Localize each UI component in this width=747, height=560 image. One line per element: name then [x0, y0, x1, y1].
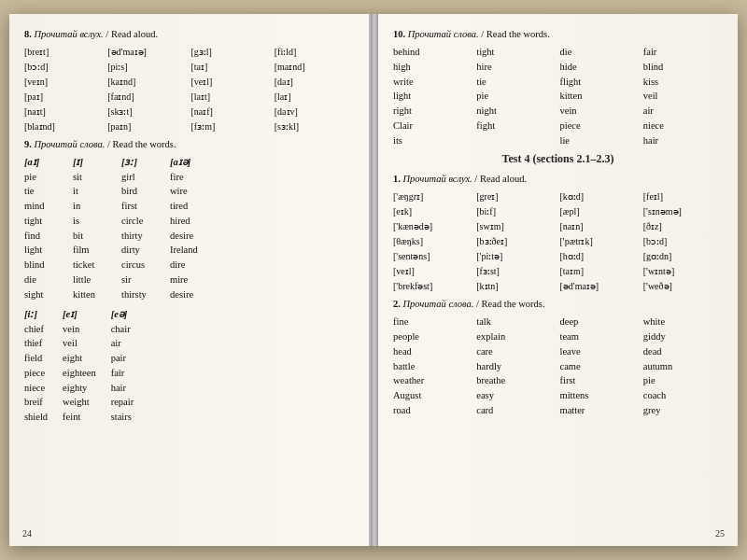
- list-item: leave: [560, 344, 640, 359]
- list-item: pair: [111, 351, 134, 366]
- list-item: easy: [476, 388, 556, 403]
- list-item: breathe: [476, 373, 556, 388]
- list-item: coach: [643, 388, 723, 403]
- list-item: mittens: [560, 388, 640, 403]
- list-item: wire: [170, 184, 211, 199]
- section10-words: behindtightdiefairhighhirehideblindwrite…: [393, 45, 723, 147]
- col-header: [eə]: [111, 307, 134, 321]
- phonetic-item: [maɪnd]: [275, 60, 354, 74]
- section8-phonetics: [breɪt][əd'maɪə][gɜːl][fiːld][bɔːd][piːs…: [24, 45, 354, 133]
- list-item: kitten: [560, 89, 640, 104]
- list-item: hide: [560, 60, 640, 75]
- phonetic-item: [daɪ]: [275, 75, 354, 89]
- list-item: piece: [24, 366, 48, 381]
- list-item: grey: [643, 403, 723, 418]
- list-item: tie: [24, 184, 65, 199]
- list-item: desire: [170, 287, 211, 302]
- list-item: mire: [170, 273, 211, 287]
- phonetic-item: [swɪm]: [476, 219, 556, 233]
- section9-column: [aɪə]firewiretiredhireddesireIrelanddire…: [170, 155, 211, 301]
- list-item: weight: [63, 395, 96, 410]
- list-item: night: [476, 104, 556, 119]
- section-8: 8. Прочитай вслух. / Read aloud. [breɪt]…: [24, 27, 354, 133]
- section9-number: 9.: [24, 139, 32, 149]
- phonetic-item: [fɜːst]: [476, 264, 556, 278]
- page-number-right: 25: [715, 527, 725, 541]
- phonetic-item: [əd'maɪə]: [560, 279, 640, 293]
- list-item: hair: [111, 381, 134, 396]
- phonetic-item: [bɔːd]: [24, 60, 104, 74]
- list-item: white: [643, 315, 723, 329]
- list-item: it: [73, 184, 114, 199]
- list-item: high: [393, 60, 472, 75]
- list-item: tired: [170, 199, 211, 214]
- list-item: matter: [560, 403, 640, 418]
- section9-bottom: [iː]chiefthieffieldpieceniecebreifshield…: [24, 307, 354, 424]
- book-spine: [371, 14, 378, 546]
- list-item: feint: [63, 410, 96, 425]
- list-item: write: [393, 75, 472, 90]
- phonetic-item: [greɪ]: [476, 189, 556, 203]
- phonetic-item: [naɪt]: [24, 105, 104, 119]
- list-item: die: [560, 45, 640, 60]
- phonetic-item: [naɪf]: [191, 105, 271, 119]
- list-item: explain: [476, 329, 556, 344]
- list-item: eight: [63, 351, 96, 366]
- list-item: little: [73, 273, 114, 287]
- test4-s2-en: Read the words.: [482, 299, 545, 309]
- list-item: eighty: [63, 381, 96, 396]
- list-item: shield: [24, 410, 48, 425]
- phonetic-item: [skɜːt]: [107, 105, 187, 119]
- test4-s1-ru: Прочитай вслух.: [403, 174, 472, 184]
- phonetic-item: [veɪl]: [393, 264, 472, 278]
- list-item: air: [111, 336, 134, 351]
- list-item: air: [643, 104, 723, 119]
- list-item: hire: [476, 60, 556, 75]
- col-header: [eɪ]: [63, 307, 96, 321]
- list-item: behind: [393, 45, 472, 60]
- list-item: fair: [643, 45, 723, 60]
- list-item: came: [560, 359, 640, 374]
- phonetic-item: [taɪ]: [191, 60, 271, 74]
- list-item: chief: [24, 322, 48, 337]
- section8-number: 8.: [24, 29, 32, 39]
- list-item: fight: [476, 119, 556, 133]
- phonetic-item: [feɪl]: [643, 189, 723, 203]
- list-item: pie: [24, 170, 65, 185]
- test4-s2-ru: Прочитай слова.: [403, 299, 474, 309]
- phonetic-item: [bɔːd]: [643, 234, 723, 248]
- phonetic-item: [fiːld]: [275, 45, 354, 59]
- list-item: dirty: [121, 243, 162, 258]
- phonetic-item: [gɜːl]: [191, 45, 271, 59]
- list-item: hired: [170, 214, 211, 229]
- list-item: light: [24, 243, 65, 258]
- list-item: niece: [24, 381, 48, 396]
- list-item: mind: [24, 199, 65, 214]
- col-header: [aɪə]: [170, 155, 211, 169]
- phonetic-item: ['weðə]: [643, 279, 723, 293]
- list-item: vein: [63, 322, 96, 337]
- list-item: August: [393, 388, 472, 403]
- phonetic-item: ['sentəns]: [393, 249, 472, 263]
- col-header: [ɜː]: [121, 155, 162, 169]
- section8-en: Read aloud.: [111, 29, 158, 39]
- list-item: tight: [476, 45, 556, 60]
- phonetic-item: ['sɪnəmə]: [643, 204, 723, 218]
- phonetic-item: ['brekfəst]: [393, 279, 472, 293]
- list-item: thirty: [121, 229, 162, 244]
- list-item: first: [560, 373, 640, 388]
- phonetic-item: [sɜːkl]: [275, 119, 354, 133]
- test4-s1-en: Read aloud.: [480, 174, 527, 184]
- phonetic-item: [laɪ]: [275, 90, 354, 104]
- phonetic-item: [taɪm]: [560, 264, 640, 278]
- list-item: thirsty: [121, 287, 162, 302]
- phonetic-item: ['æŋgrɪ]: [393, 189, 472, 203]
- list-item: dead: [643, 344, 723, 359]
- page-left: 8. Прочитай вслух. / Read aloud. [breɪt]…: [9, 14, 371, 546]
- list-item: sit: [73, 170, 114, 185]
- phonetic-item: [bɜːðeɪ]: [476, 234, 556, 248]
- list-item: sight: [24, 287, 65, 302]
- list-item: first: [121, 199, 162, 214]
- phonetic-item: [daɪv]: [275, 105, 354, 119]
- list-item: find: [24, 229, 65, 244]
